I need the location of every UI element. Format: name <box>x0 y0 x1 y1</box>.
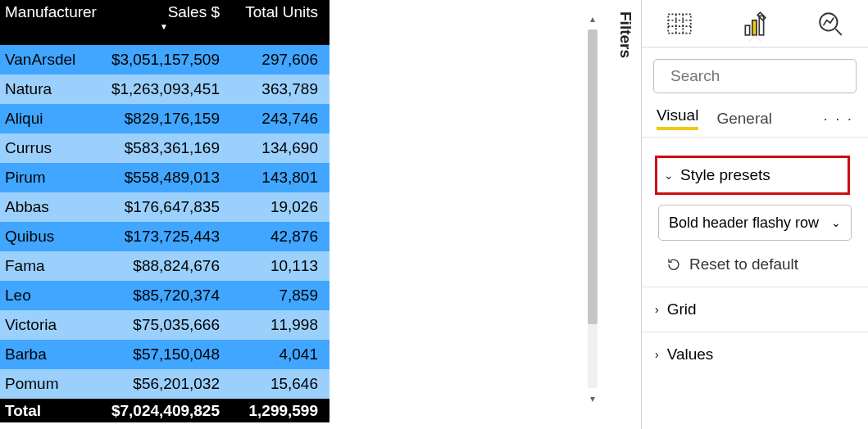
cell-units: 363,789 <box>223 80 325 98</box>
cell-manufacturer: Natura <box>0 80 108 98</box>
reset-to-default-button[interactable]: Reset to default <box>655 241 855 280</box>
table-row[interactable]: VanArsdel$3,051,157,509297,606 <box>0 45 329 75</box>
cell-manufacturer: VanArsdel <box>0 51 108 69</box>
cell-units: 42,876 <box>223 228 325 246</box>
cell-units: 297,606 <box>223 51 325 69</box>
col-header-units-label: Total Units <box>245 3 318 20</box>
style-preset-selected: Bold header flashy row <box>669 214 819 232</box>
cell-units: 11,998 <box>223 316 325 334</box>
analytics-magnifier-icon <box>816 10 844 38</box>
table-row[interactable]: Abbas$176,647,83519,026 <box>0 192 329 222</box>
cell-sales: $56,201,032 <box>108 375 223 393</box>
cell-manufacturer: Pirum <box>0 169 108 187</box>
cell-manufacturer: Aliqui <box>0 110 108 128</box>
cell-sales: $3,051,157,509 <box>108 51 223 69</box>
active-tab-indicator-icon <box>748 35 761 42</box>
table-row[interactable]: Victoria$75,035,66611,998 <box>0 310 329 340</box>
total-units: 1,299,599 <box>223 402 325 420</box>
col-header-manufacturer-label: Manufacturer <box>5 3 97 20</box>
chevron-right-icon: › <box>655 348 659 361</box>
cell-units: 7,859 <box>223 287 325 305</box>
style-presets-label: Style presets <box>680 166 770 184</box>
format-visual-tab[interactable] <box>732 7 778 41</box>
format-search[interactable] <box>653 59 857 93</box>
table-visual: Manufacturer Sales $ ▼ Total Units VanAr… <box>0 0 329 429</box>
cell-sales: $583,361,169 <box>108 139 223 157</box>
cell-units: 4,041 <box>223 345 325 364</box>
svg-rect-5 <box>745 25 749 35</box>
cell-manufacturer: Fama <box>0 257 108 275</box>
col-header-sales-label: Sales $ <box>168 3 220 20</box>
chevron-down-icon: ⌄ <box>664 169 674 182</box>
section-grid[interactable]: › Grid <box>642 287 868 332</box>
cell-sales: $173,725,443 <box>108 228 223 246</box>
total-label: Total <box>0 402 108 420</box>
cell-manufacturer: Quibus <box>0 228 108 246</box>
scroll-up-button[interactable]: ▴ <box>585 11 600 26</box>
sort-desc-icon: ▼ <box>108 23 220 31</box>
scroll-thumb[interactable] <box>588 29 598 324</box>
scroll-down-button[interactable]: ▾ <box>585 391 600 406</box>
filters-pane-toggle[interactable]: Filters <box>611 3 639 67</box>
cell-manufacturer: Barba <box>0 345 108 364</box>
cell-sales: $85,720,374 <box>108 287 223 305</box>
table-row[interactable]: Quibus$173,725,44342,876 <box>0 222 329 251</box>
subtab-visual[interactable]: Visual <box>657 106 698 130</box>
cell-sales: $1,263,093,451 <box>108 80 223 98</box>
cell-units: 15,646 <box>223 375 325 393</box>
reset-icon <box>666 257 681 272</box>
build-visual-tab[interactable] <box>657 7 702 41</box>
table-body: VanArsdel$3,051,157,509297,606Natura$1,2… <box>0 45 329 399</box>
values-label: Values <box>667 345 714 364</box>
pane-view-tabs <box>642 0 868 47</box>
paint-brush-bars-icon <box>741 10 769 38</box>
vertical-scrollbar[interactable]: ▴ ▾ <box>580 0 605 409</box>
style-presets-header[interactable]: ⌄ Style presets <box>664 166 841 184</box>
col-header-sales[interactable]: Sales $ ▼ <box>108 3 223 31</box>
cell-units: 19,026 <box>223 198 325 216</box>
cell-sales: $75,035,666 <box>108 316 223 334</box>
svg-rect-0 <box>668 14 691 33</box>
cell-sales: $88,824,676 <box>108 257 223 275</box>
cell-units: 134,690 <box>223 139 325 157</box>
section-values[interactable]: › Values <box>642 332 868 377</box>
table-row[interactable]: Natura$1,263,093,451363,789 <box>0 75 329 104</box>
cell-units: 10,113 <box>223 257 325 275</box>
col-header-total-units[interactable]: Total Units <box>223 3 325 21</box>
table-row[interactable]: Pirum$558,489,013143,801 <box>0 163 329 192</box>
format-pane: Visual General · · · ⌄ Style presets Bol… <box>641 0 868 429</box>
table-row[interactable]: Barba$57,150,0484,041 <box>0 340 329 369</box>
table-row[interactable]: Pomum$56,201,03215,646 <box>0 369 329 399</box>
cell-sales: $57,150,048 <box>108 345 223 364</box>
table-row[interactable]: Fama$88,824,67610,113 <box>0 251 329 281</box>
cell-manufacturer: Currus <box>0 139 108 157</box>
style-presets-highlight: ⌄ Style presets <box>655 156 850 195</box>
cell-sales: $176,647,835 <box>108 198 223 216</box>
table-total-row: Total $7,024,409,825 1,299,599 <box>0 399 329 422</box>
style-preset-dropdown[interactable]: Bold header flashy row ⌄ <box>658 205 852 241</box>
svg-rect-6 <box>752 20 757 34</box>
chevron-down-icon: ⌄ <box>831 216 841 229</box>
cell-manufacturer: Leo <box>0 287 108 305</box>
table-header-row: Manufacturer Sales $ ▼ Total Units <box>0 0 329 45</box>
table-row[interactable]: Aliqui$829,176,159243,746 <box>0 104 329 133</box>
cell-manufacturer: Victoria <box>0 316 108 334</box>
cell-units: 243,746 <box>223 110 325 128</box>
cell-manufacturer: Pomum <box>0 375 108 393</box>
cell-manufacturer: Abbas <box>0 198 108 216</box>
total-sales: $7,024,409,825 <box>108 402 223 420</box>
table-row[interactable]: Leo$85,720,3747,859 <box>0 281 329 310</box>
table-row[interactable]: Currus$583,361,169134,690 <box>0 133 329 163</box>
subtab-more-options[interactable]: · · · <box>824 110 853 128</box>
cell-sales: $558,489,013 <box>108 169 223 187</box>
table-grid-icon <box>666 10 693 38</box>
format-subtabs: Visual General · · · <box>642 100 868 130</box>
subtab-general[interactable]: General <box>716 110 772 128</box>
cell-sales: $829,176,159 <box>108 110 223 128</box>
format-search-input[interactable] <box>669 66 866 86</box>
chevron-right-icon: › <box>655 303 659 316</box>
col-header-manufacturer[interactable]: Manufacturer <box>0 3 108 21</box>
analytics-tab[interactable] <box>807 7 853 41</box>
grid-label: Grid <box>667 300 697 318</box>
reset-label: Reset to default <box>689 255 798 273</box>
